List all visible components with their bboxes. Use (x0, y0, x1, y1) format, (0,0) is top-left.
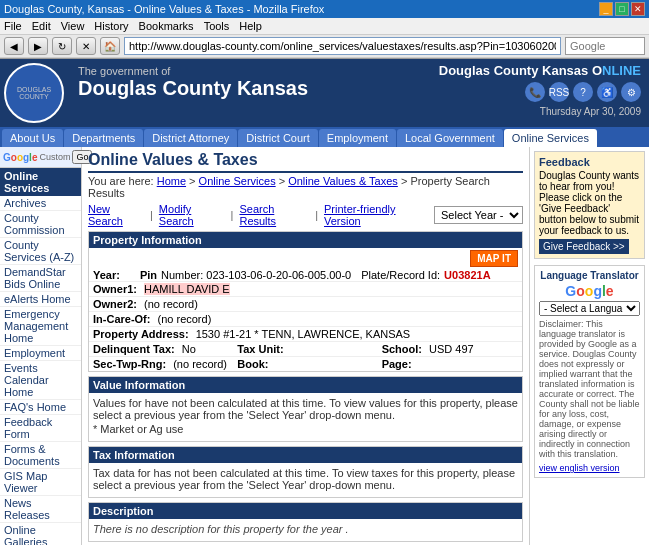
tab-about-us[interactable]: About Us (2, 129, 63, 147)
tax-unit-row: Delinquent Tax: No Tax Unit: School: USD… (89, 342, 522, 357)
page-label: Page: (382, 358, 412, 370)
breadcrumb-home[interactable]: Home (157, 175, 186, 187)
tab-district-attorney[interactable]: District Attorney (144, 129, 237, 147)
tab-departments[interactable]: Departments (64, 129, 143, 147)
site-header: DOUGLASCOUNTY The government of Douglas … (0, 59, 649, 127)
header-date: Thursday Apr 30, 2009 (540, 106, 641, 117)
sidebar-item-events[interactable]: Events Calendar Home (0, 361, 81, 400)
breadcrumb-online-services[interactable]: Online Services (199, 175, 276, 187)
feedback-box: Feedback Douglas County wants to hear fr… (534, 151, 645, 259)
sidebar-item-forms[interactable]: Forms & Documents (0, 442, 81, 469)
menu-tools[interactable]: Tools (204, 20, 230, 32)
tax-info-header: Tax Information (89, 447, 522, 463)
value-info-note: * Market or Ag use (93, 423, 518, 435)
in-care-value: (no record) (158, 313, 212, 325)
menu-help[interactable]: Help (239, 20, 262, 32)
maximize-button[interactable]: □ (615, 2, 629, 16)
give-feedback-button[interactable]: Give Feedback >> (539, 239, 629, 254)
sidebar-item-feedback[interactable]: Feedback Form (0, 415, 81, 442)
modify-search-link[interactable]: Modify Search (159, 203, 225, 227)
value-info-body: Values for have not been calculated at t… (89, 393, 522, 441)
tab-online-services[interactable]: Online Services (504, 129, 597, 147)
custom-search-label: Custom (39, 152, 70, 162)
reload-button[interactable]: ↻ (52, 37, 72, 55)
owner2-value: (no record) (144, 298, 198, 310)
search-input[interactable] (565, 37, 645, 55)
window-title: Douglas County, Kansas - Online Values &… (4, 3, 324, 15)
tab-employment[interactable]: Employment (319, 129, 396, 147)
printer-friendly-link[interactable]: Printer-friendly Version (324, 203, 428, 227)
forward-button[interactable]: ▶ (28, 37, 48, 55)
map-it-button[interactable]: MAP IT (470, 250, 518, 267)
tax-info-body: Tax data for has not been calculated at … (89, 463, 522, 497)
sidebar-item-county-services[interactable]: County Services (A-Z) (0, 238, 81, 265)
view-english-link[interactable]: view english version (539, 462, 640, 473)
minimize-button[interactable]: _ (599, 2, 613, 16)
county-seal: DOUGLASCOUNTY (4, 63, 64, 123)
in-care-label: In-Care-Of: (93, 313, 150, 325)
toolbar: New Search | Modify Search | Search Resu… (88, 203, 523, 227)
delinquent-cell: Delinquent Tax: No (89, 342, 233, 356)
address-bar[interactable] (124, 37, 561, 55)
view-english-anchor[interactable]: view english version (539, 463, 620, 473)
sidebar-item-demandstar[interactable]: DemandStar Bids Online (0, 265, 81, 292)
nav-tabs: About Us Departments District Attorney D… (0, 127, 649, 147)
breadcrumb-online-values[interactable]: Online Values & Taxes (288, 175, 398, 187)
menu-bookmarks[interactable]: Bookmarks (139, 20, 194, 32)
school-cell: School: USD 497 (378, 342, 522, 356)
home-button[interactable]: 🏠 (100, 37, 120, 55)
owner1-value: HAMILL DAVID E (144, 283, 230, 295)
new-search-link[interactable]: New Search (88, 203, 144, 227)
sidebar-item-employment[interactable]: Employment (0, 346, 81, 361)
navigation-bar: ◀ ▶ ↻ ✕ 🏠 (0, 35, 649, 58)
header-icon-bar: 📞 RSS ? ♿ ⚙ (525, 82, 641, 102)
sidebar-item-county-commission[interactable]: County Commission (0, 211, 81, 238)
gov-text: The government of (78, 65, 421, 77)
sidebar-item-news[interactable]: News Releases (0, 496, 81, 523)
language-select-dropdown[interactable]: - Select a Language - (539, 301, 640, 316)
plate-value: U03821A (444, 269, 490, 281)
settings-icon[interactable]: ⚙ (621, 82, 641, 102)
owner2-row: Owner2: (no record) (89, 297, 522, 312)
property-info-section: Property Information MAP IT Year: Pin Nu… (88, 231, 523, 372)
sidebar-item-galleries[interactable]: Online Galleries (0, 523, 81, 545)
tax-info-text: Tax data for has not been calculated at … (93, 467, 518, 491)
sidebar-item-faq[interactable]: FAQ's Home (0, 400, 81, 415)
book-label: Book: (237, 358, 268, 370)
menu-file[interactable]: File (4, 20, 22, 32)
language-title: Language Translator (539, 270, 640, 281)
back-button[interactable]: ◀ (4, 37, 24, 55)
stop-button[interactable]: ✕ (76, 37, 96, 55)
rss-icon[interactable]: RSS (549, 82, 569, 102)
close-button[interactable]: ✕ (631, 2, 645, 16)
menu-view[interactable]: View (61, 20, 85, 32)
tab-district-court[interactable]: District Court (238, 129, 318, 147)
owner2-label: Owner2: (93, 298, 137, 310)
menu-edit[interactable]: Edit (32, 20, 51, 32)
sec-twp-value: (no record) (173, 358, 227, 370)
feedback-body: Douglas County wants to hear from you! P… (539, 170, 640, 236)
sidebar-item-ealerts[interactable]: eAlerts Home (0, 292, 81, 307)
feedback-title: Feedback (539, 156, 640, 168)
tab-local-government[interactable]: Local Government (397, 129, 503, 147)
sidebar-item-gis[interactable]: GIS Map Viewer (0, 469, 81, 496)
google-logo: Google (3, 152, 37, 163)
search-results-link[interactable]: Search Results (239, 203, 309, 227)
help-icon[interactable]: ? (573, 82, 593, 102)
delinquent-label: Delinquent Tax: (93, 343, 175, 355)
sidebar-item-archives[interactable]: Archives (0, 196, 81, 211)
tax-info-section: Tax Information Tax data for has not bee… (88, 446, 523, 498)
address-row: Property Address: 1530 #1-21 * TENN, LAW… (89, 327, 522, 342)
description-header: Description (89, 503, 522, 519)
phone-icon[interactable]: 📞 (525, 82, 545, 102)
accessibility-icon[interactable]: ♿ (597, 82, 617, 102)
menu-bar: File Edit View History Bookmarks Tools H… (0, 18, 649, 35)
menu-history[interactable]: History (94, 20, 128, 32)
browser-window: Douglas County, Kansas - Online Values &… (0, 0, 649, 59)
property-info-header: Property Information (89, 232, 522, 248)
tax-unit-cell: Tax Unit: (233, 342, 377, 356)
sidebar-item-emergency[interactable]: Emergency Management Home (0, 307, 81, 346)
sec-book-row: Sec-Twp-Rng: (no record) Book: Page: (89, 357, 522, 371)
select-year-dropdown[interactable]: Select Year - (434, 206, 523, 224)
title-bar: Douglas County, Kansas - Online Values &… (0, 0, 649, 18)
